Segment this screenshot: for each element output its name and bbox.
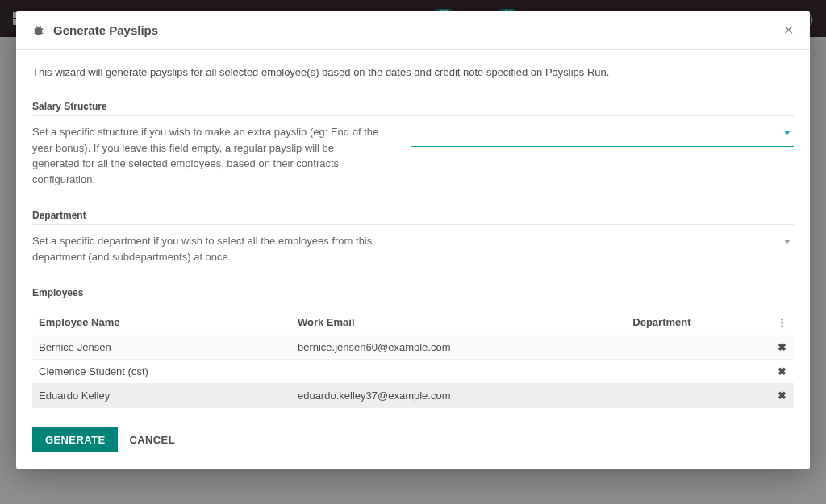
intro-text: This wizard will generate payslips for a… — [32, 66, 794, 78]
delete-row-icon[interactable]: ✖ — [770, 360, 794, 384]
modal-body: This wizard will generate payslips for a… — [16, 50, 810, 414]
table-row[interactable]: Clemence Student (cst) ✖ — [32, 360, 794, 384]
salary-structure-input[interactable] — [411, 124, 794, 147]
section-employees: Employees — [32, 287, 794, 302]
generate-payslips-modal: Generate Payslips ✕ This wizard will gen… — [16, 11, 810, 469]
generate-button[interactable]: GENERATE — [32, 427, 118, 452]
close-icon[interactable]: ✕ — [783, 23, 794, 38]
employees-table: Employee Name Work Email Department ⋮ Be… — [32, 310, 794, 408]
kebab-icon[interactable]: ⋮ — [777, 316, 787, 328]
col-department[interactable]: Department — [626, 310, 770, 335]
bug-icon — [32, 24, 45, 37]
table-row[interactable]: Bernice Jensen bernice.jensen60@example.… — [32, 335, 794, 360]
cell-name: Eduardo Kelley — [32, 384, 291, 408]
cell-email — [291, 360, 626, 384]
department-input[interactable] — [411, 233, 794, 256]
field-salary-structure: Set a specific structure if you wish to … — [32, 124, 794, 187]
cell-name: Clemence Student (cst) — [32, 360, 291, 384]
modal-title: Generate Payslips — [53, 23, 158, 37]
cell-name: Bernice Jensen — [32, 335, 291, 360]
modal-overlay: Generate Payslips ✕ This wizard will gen… — [0, 0, 826, 504]
col-work-email[interactable]: Work Email — [291, 310, 626, 335]
cell-dept — [626, 384, 770, 408]
section-department: Department — [32, 210, 794, 225]
cell-dept — [626, 335, 770, 360]
section-salary-structure: Salary Structure — [32, 101, 794, 116]
modal-footer: GENERATE CANCEL — [16, 414, 810, 469]
field-department: Set a specific department if you wish to… — [32, 233, 794, 264]
cell-email: eduardo.kelley37@example.com — [291, 384, 626, 408]
help-salary-structure: Set a specific structure if you wish to … — [32, 124, 379, 187]
table-row[interactable]: Eduardo Kelley eduardo.kelley37@example.… — [32, 384, 794, 408]
delete-row-icon[interactable]: ✖ — [770, 384, 794, 408]
cell-dept — [626, 360, 770, 384]
delete-row-icon[interactable]: ✖ — [770, 335, 794, 360]
cell-email: bernice.jensen60@example.com — [291, 335, 626, 360]
cancel-button[interactable]: CANCEL — [129, 434, 175, 446]
modal-header: Generate Payslips ✕ — [16, 11, 810, 50]
col-employee-name[interactable]: Employee Name — [32, 310, 291, 335]
help-department: Set a specific department if you wish to… — [32, 233, 379, 264]
